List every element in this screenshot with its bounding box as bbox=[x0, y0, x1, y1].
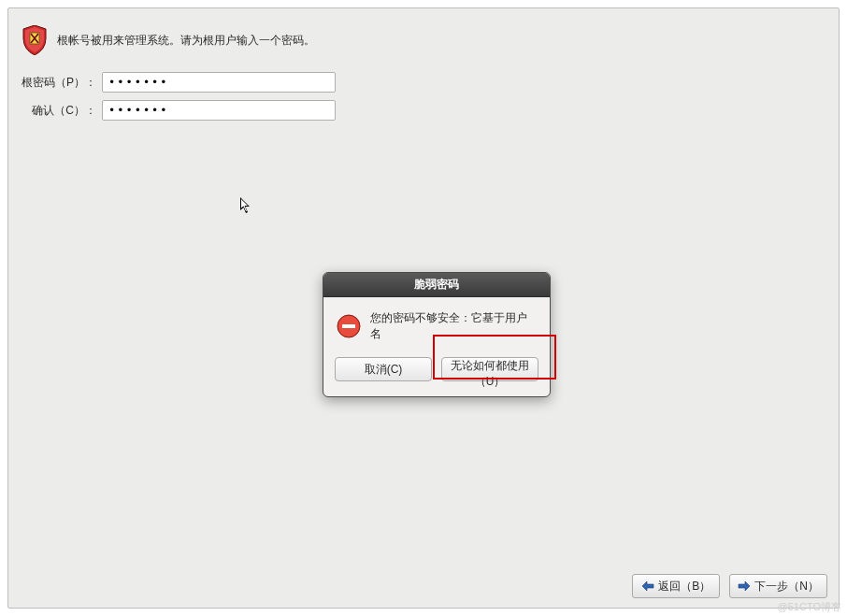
installer-panel: 根帐号被用来管理系统。请为根用户输入一个密码。 根密码（P）： 确认（C）： 脆… bbox=[7, 7, 840, 609]
arrow-right-icon bbox=[738, 580, 751, 592]
root-password-input[interactable] bbox=[102, 72, 336, 93]
password-form: 根密码（P）： 确认（C）： bbox=[8, 66, 839, 134]
use-anyway-button[interactable]: 无论如何都使用（U） bbox=[441, 357, 538, 381]
root-password-label: 根密码（P）： bbox=[22, 75, 96, 91]
back-button-label: 返回（B） bbox=[658, 579, 711, 595]
error-icon bbox=[337, 314, 361, 338]
footer-nav: 返回（B） 下一步（N） bbox=[632, 574, 827, 598]
weak-password-dialog: 脆弱密码 您的密码不够安全：它基于用户名 取消(C) 无论如何都使用（U） bbox=[323, 272, 551, 397]
next-button[interactable]: 下一步（N） bbox=[729, 574, 827, 598]
back-button[interactable]: 返回（B） bbox=[632, 574, 720, 598]
dialog-message: 您的密码不够安全：它基于用户名 bbox=[370, 310, 537, 342]
cursor-icon bbox=[240, 197, 251, 214]
confirm-password-label: 确认（C）： bbox=[22, 103, 96, 119]
svg-rect-5 bbox=[342, 324, 355, 328]
next-button-label: 下一步（N） bbox=[754, 579, 819, 595]
confirm-password-row: 确认（C）： bbox=[22, 100, 825, 121]
root-password-row: 根密码（P）： bbox=[22, 72, 825, 93]
header: 根帐号被用来管理系统。请为根用户输入一个密码。 bbox=[8, 8, 839, 66]
shield-icon bbox=[22, 25, 48, 55]
dialog-title: 脆弱密码 bbox=[323, 273, 550, 297]
dialog-body: 您的密码不够安全：它基于用户名 bbox=[323, 297, 550, 351]
watermark-text: @51CTO博客 bbox=[778, 600, 841, 614]
instruction-text: 根帐号被用来管理系统。请为根用户输入一个密码。 bbox=[57, 33, 315, 49]
confirm-password-input[interactable] bbox=[102, 100, 336, 121]
dialog-button-row: 取消(C) 无论如何都使用（U） bbox=[323, 351, 550, 396]
arrow-left-icon bbox=[641, 580, 654, 592]
cancel-button[interactable]: 取消(C) bbox=[335, 357, 432, 381]
